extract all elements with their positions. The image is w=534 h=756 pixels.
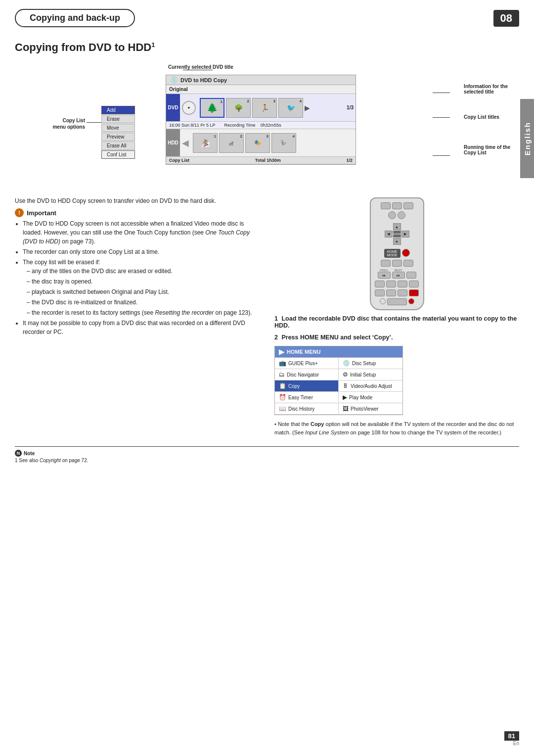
menu-cell-copy[interactable]: 📋 Copy xyxy=(275,380,339,392)
line-running-time xyxy=(433,155,450,156)
hdd-thumb-3: 3 🎭 xyxy=(245,133,270,153)
screen-header: 💿 DVD to HDD Copy xyxy=(166,75,356,85)
diagram-container: Currently selected DVD title Copy List m… xyxy=(15,59,519,188)
main-content: Currently selected DVD title Copy List m… xyxy=(0,59,534,463)
warning-icon: ! xyxy=(15,208,24,217)
sub-bullet-2: the disc tray is opened. xyxy=(27,277,260,286)
remote-b3 xyxy=(398,281,407,287)
dpad-enter[interactable]: ENTER xyxy=(393,231,401,237)
next-btn[interactable]: ⏭ xyxy=(392,272,405,279)
menu-move[interactable]: Move xyxy=(101,124,135,132)
dvd-arrow: ▶ xyxy=(305,104,310,112)
hdd-label-box: HDD xyxy=(166,129,180,156)
remote-bot-row2 xyxy=(375,289,419,296)
home-menu-grid: 📺 GUIDE Plus+ 💿 Disc Setup 🗂 Disc Naviga… xyxy=(275,357,402,415)
remote-bot-long xyxy=(387,298,407,305)
page-header: Copying and back-up 08 xyxy=(0,0,534,27)
dvd-thumb-1: 1 🌲 xyxy=(200,98,224,118)
section-heading: Copying from DVD to HDD1 xyxy=(0,27,534,59)
sub-bullet-list: any of the titles on the DVD disc are er… xyxy=(27,267,260,317)
language-label: English xyxy=(520,99,534,178)
chapter-number: 08 xyxy=(493,10,519,27)
hdd-thumbnails: 1 🏂 2 ⛸ 3 🎭 4 ⛷ xyxy=(191,129,356,156)
remote-top-row xyxy=(381,202,413,209)
callout-line-selected xyxy=(183,70,213,70)
dvd-disc-area: ● xyxy=(180,94,198,121)
video-audio-icon: 🎚 xyxy=(343,382,349,389)
dpad-left[interactable]: ◀ xyxy=(385,231,393,237)
remote-bot-r1 xyxy=(380,298,386,304)
chapter-title: Copying and back-up xyxy=(15,9,135,27)
dvd-row: DVD ● 1 🌲 2 🌳 3 xyxy=(166,94,356,122)
remote-bot-r2 xyxy=(408,298,414,304)
remote-btn-tl xyxy=(381,202,391,209)
step-2: 2 Press HOME MENU and select ‘Copy’. xyxy=(274,334,519,341)
copy-note: • Note that the Copy option will not be … xyxy=(274,420,519,436)
page-en: En xyxy=(504,741,519,746)
guide-icon: 📺 xyxy=(279,360,286,367)
annotations-right: Information for theselected title Copy L… xyxy=(464,84,510,155)
prev-col: PREV ⏮ xyxy=(378,269,391,279)
disc-icon: 💿 xyxy=(170,76,178,84)
dpad-right[interactable]: ▶ xyxy=(401,231,409,237)
dvd-thumb-3: 3 🏃 xyxy=(252,98,277,118)
dvd-thumb-4: 4 🐦 xyxy=(278,98,303,118)
menu-cell-initial-setup[interactable]: ⚙ Initial Setup xyxy=(339,369,402,380)
remote-b2 xyxy=(386,281,396,287)
step-1: 1 Load the recordable DVD disc that cont… xyxy=(274,315,519,329)
remote-home-mode[interactable]: HOMEMODE xyxy=(384,249,400,258)
menu-add[interactable]: Add xyxy=(101,106,135,114)
dpad: ▲ ◀ ENTER ▶ ▼ xyxy=(385,223,409,245)
dvd-thumb-2: 2 🌳 xyxy=(226,98,251,118)
callout-copy-list: Copy List menu options xyxy=(31,117,85,130)
remote-b7 xyxy=(398,289,407,296)
hdd-thumb-4: 4 ⛷ xyxy=(271,133,296,153)
initial-setup-icon: ⚙ xyxy=(343,371,348,378)
hdd-thumb-2: 2 ⛸ xyxy=(219,133,244,153)
screen-mockup: 💿 DVD to HDD Copy Original DVD ● xyxy=(166,75,356,165)
ann-running-time: Running time of theCopy List xyxy=(464,144,510,155)
hdd-row: HDD ◀ 1 🏂 2 ⛸ 3 🎭 xyxy=(166,129,356,157)
copy-list-bar: Copy List Total 1h30m 1/2 xyxy=(166,157,356,164)
remote-round-row xyxy=(388,211,405,219)
remote-mid-row xyxy=(381,260,413,267)
remote-bot-row3 xyxy=(380,298,414,305)
hdd-thumb-1: 1 🏂 xyxy=(193,133,218,153)
remote-m3 xyxy=(403,260,413,267)
dvd-page: 1/3 xyxy=(345,94,356,121)
remote-dot xyxy=(402,249,410,257)
menu-panel: Add Erase Move Preview Erase All Conf Li… xyxy=(101,106,135,159)
remote-m2 xyxy=(392,260,402,267)
sub-bullet-1: any of the titles on the DVD disc are er… xyxy=(27,267,260,276)
ann-info-title: Information for theselected title xyxy=(464,84,510,94)
dpad-down[interactable]: ▼ xyxy=(393,238,401,245)
line-copy-titles xyxy=(433,117,450,118)
menu-cell-photo-viewer[interactable]: 🖼 PhotoViewer xyxy=(339,403,402,415)
remote-side-btn xyxy=(406,272,416,279)
bullet-3: The copy list will be erased if: any of … xyxy=(23,258,260,317)
menu-cell-easy-timer[interactable]: ⏰ Easy Timer xyxy=(275,392,339,403)
menu-erase-all[interactable]: Erase All xyxy=(101,142,135,150)
remote-b6 xyxy=(386,289,396,296)
menu-cell-disc-setup[interactable]: 💿 Disc Setup xyxy=(339,358,402,369)
menu-cell-guide[interactable]: 📺 GUIDE Plus+ xyxy=(275,358,339,369)
remote-bot-row1 xyxy=(375,281,419,287)
remote-btn-tr xyxy=(403,202,413,209)
dpad-up[interactable]: ▲ xyxy=(393,223,401,230)
menu-cell-disc-nav[interactable]: 🗂 Disc Navigator xyxy=(275,369,339,380)
important-heading: ! Important xyxy=(15,208,260,217)
disc-history-icon: 📖 xyxy=(279,405,286,412)
remote-home-row: HOMEMODE xyxy=(384,249,410,258)
menu-cell-disc-history[interactable]: 📖 Disc History xyxy=(275,403,339,415)
page-num-box: 81 xyxy=(504,731,519,741)
dvd-label-box: DVD xyxy=(166,94,180,121)
menu-erase[interactable]: Erase xyxy=(101,115,135,123)
easy-timer-icon: ⏰ xyxy=(279,394,286,401)
menu-cell-video-audio[interactable]: 🎚 Video/Audio Adjust xyxy=(339,380,402,392)
prev-btn[interactable]: ⏮ xyxy=(378,272,391,279)
page-number-area: 81 En xyxy=(504,731,519,746)
remote-body: ▲ ◀ ENTER ▶ ▼ HOMEMODE xyxy=(370,197,424,310)
menu-conf-list[interactable]: Conf List xyxy=(101,150,135,159)
menu-preview[interactable]: Preview xyxy=(101,133,135,141)
menu-cell-play-mode[interactable]: ▶ Play Mode xyxy=(339,392,402,403)
